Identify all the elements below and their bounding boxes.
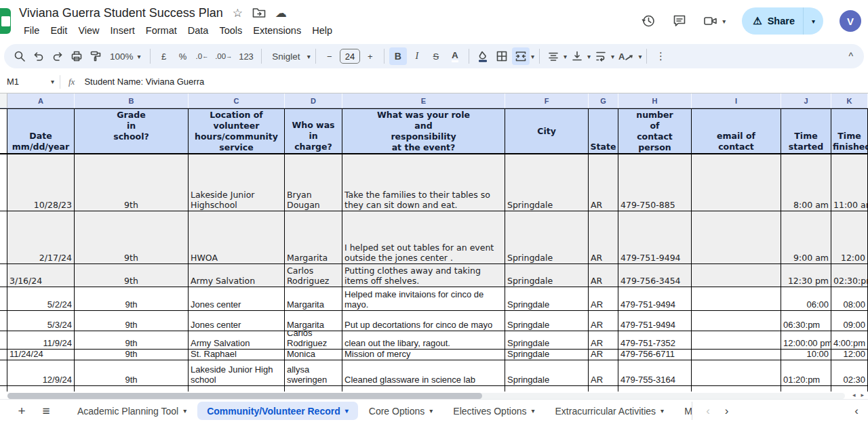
cell-K3[interactable]: 12:00 [831, 211, 868, 263]
chevron-down-icon[interactable]: ▾ [564, 53, 567, 60]
print-button[interactable] [68, 47, 85, 65]
cell-J10[interactable] [781, 386, 831, 392]
more-options-icon[interactable]: ⋮ [652, 47, 669, 65]
cell-C2[interactable]: Lakeside Junior Highschool [189, 154, 285, 211]
column-header-I[interactable]: I [692, 93, 781, 108]
cell-C10[interactable] [189, 386, 285, 392]
menu-file[interactable]: File [19, 24, 44, 37]
cell-C5[interactable]: Jones center [189, 287, 285, 310]
cell-C1[interactable]: Location of volunteer hours/community se… [189, 109, 285, 153]
cell-H8[interactable]: 479-756-6711 [618, 350, 692, 360]
cell-I8[interactable] [692, 350, 781, 360]
cell-K9[interactable]: 02:30 [831, 360, 868, 385]
cell-J2[interactable]: 8:00 am [781, 154, 831, 211]
redo-button[interactable] [49, 47, 66, 65]
search-icon[interactable] [11, 47, 28, 65]
cell-E2[interactable]: Take the families to their tables so the… [342, 154, 505, 211]
hide-menus-button[interactable]: ^ [848, 51, 853, 62]
sheets-logo[interactable] [0, 8, 11, 34]
cell-K5[interactable]: 08:00 [831, 287, 868, 310]
increase-decimal-button[interactable]: .00→ [212, 47, 235, 65]
move-folder-icon[interactable] [252, 7, 266, 18]
cell-J6[interactable]: 06:30:pm [781, 311, 831, 331]
cell-E6[interactable]: Put up decortations for cinco de mayo [342, 311, 505, 331]
cell-F2[interactable]: Springdale [505, 154, 589, 211]
cell-I1[interactable]: email of contact [692, 109, 781, 153]
decrease-decimal-button[interactable]: .0← [193, 47, 212, 65]
chevron-down-icon[interactable]: ▾ [638, 53, 642, 60]
cell-D3[interactable]: Margarita [285, 211, 342, 263]
cell-D5[interactable]: Margarita [285, 287, 342, 310]
cell-D1[interactable]: Who was in charge? [285, 109, 342, 153]
tabs-scroll-left-icon[interactable]: ‹ [706, 404, 710, 418]
cell-A8[interactable]: 11/24/24 [7, 350, 75, 360]
cell-A10[interactable] [7, 386, 75, 392]
cell-G7[interactable]: AR [589, 331, 618, 349]
cell-D7[interactable]: Carlos Rodriguez [285, 331, 342, 349]
cell-J9[interactable]: 01:20:pm [781, 360, 831, 385]
undo-button[interactable] [30, 47, 47, 65]
cell-B6[interactable]: 9th [75, 311, 189, 331]
cell-F10[interactable] [505, 386, 589, 392]
cell-C3[interactable]: HWOA [189, 211, 285, 263]
cell-C9[interactable]: Lakeside Junior High school [189, 360, 285, 385]
fill-color-button[interactable] [474, 47, 492, 65]
cell-F9[interactable]: Springdale [505, 360, 589, 385]
cell-B5[interactable]: 9th [75, 287, 189, 310]
cell-E4[interactable]: Putting clothes away and taking items of… [342, 264, 505, 287]
text-wrapping-button[interactable] [592, 47, 610, 65]
cell-E10[interactable] [342, 386, 505, 392]
cell-F1[interactable]: City [505, 109, 589, 153]
text-rotation-button[interactable]: A [616, 47, 637, 65]
cell-K7[interactable]: 4:00:pm [831, 331, 868, 349]
scrollbar-thumb[interactable] [7, 393, 482, 399]
cell-D6[interactable]: Margarita [285, 311, 342, 331]
cell-A3[interactable]: 2/17/24 [7, 211, 75, 263]
vertical-align-button[interactable] [568, 47, 586, 65]
cell-E9[interactable]: Cleaned glassware in science lab [342, 360, 505, 385]
cell-H2[interactable]: 479-750-885 [618, 154, 692, 211]
column-header-D[interactable]: D [285, 93, 342, 108]
cell-I7[interactable] [692, 331, 781, 349]
cell-D9[interactable]: allysa sweringen [285, 360, 342, 385]
cell-H3[interactable]: 479-751-9494 [618, 211, 692, 263]
cell-H9[interactable]: 479-755-3164 [618, 360, 692, 385]
decrease-font-size-button[interactable]: − [321, 47, 338, 65]
text-color-button[interactable]: A [446, 47, 464, 65]
cell-K6[interactable]: 09:00 [831, 311, 868, 331]
format-currency-button[interactable]: £ [155, 47, 173, 65]
cell-H6[interactable]: 479-751-9494 [618, 311, 692, 331]
cell-E7[interactable]: clean out the libary, ragout. [342, 331, 505, 349]
cell-D2[interactable]: Bryan Dougan [285, 154, 342, 211]
cell-B3[interactable]: 9th [75, 211, 189, 263]
cell-A2[interactable]: 10/28/23 [7, 154, 75, 211]
paint-format-button[interactable] [87, 47, 104, 65]
cell-G8[interactable]: AR [589, 350, 618, 360]
format-percent-button[interactable]: % [174, 47, 192, 65]
sheet-tab-community-volunteer-record[interactable]: Community/Volunteer Record▾ [197, 402, 358, 420]
menu-extensions[interactable]: Extensions [248, 24, 306, 37]
star-icon[interactable]: ☆ [233, 7, 243, 19]
cell-F5[interactable]: Springdale [505, 287, 589, 310]
cell-B10[interactable] [75, 386, 189, 392]
zoom-selector[interactable]: 100% ▾ [106, 47, 145, 65]
cell-K4[interactable]: 02:30:pm [831, 264, 868, 287]
menu-tools[interactable]: Tools [214, 24, 247, 37]
cell-E5[interactable]: Helped make invitaions for cinco de mayo… [342, 287, 505, 310]
menu-format[interactable]: Format [141, 24, 182, 37]
cell-E3[interactable]: I helped set out tables for an event out… [342, 211, 505, 263]
cell-A4[interactable]: 3/16/24 [7, 264, 75, 287]
cell-G2[interactable]: AR [589, 154, 618, 211]
column-header-J[interactable]: J [781, 93, 831, 108]
cell-I10[interactable] [692, 386, 781, 392]
cell-D4[interactable]: Carlos Rodriguez [285, 264, 342, 287]
cell-H4[interactable]: 479-756-3454 [618, 264, 692, 287]
cell-B9[interactable]: 9th [75, 360, 189, 385]
cell-H10[interactable] [618, 386, 692, 392]
cell-J1[interactable]: Time started [781, 109, 831, 153]
cell-G3[interactable]: AR [589, 211, 618, 263]
sheet-tab-m[interactable]: M [675, 402, 692, 420]
cell-C6[interactable]: Jones center [189, 311, 285, 331]
tabs-scroll-right-icon[interactable]: › [725, 404, 729, 418]
document-title[interactable]: Viviana Guerra Student Success Plan [19, 6, 223, 20]
